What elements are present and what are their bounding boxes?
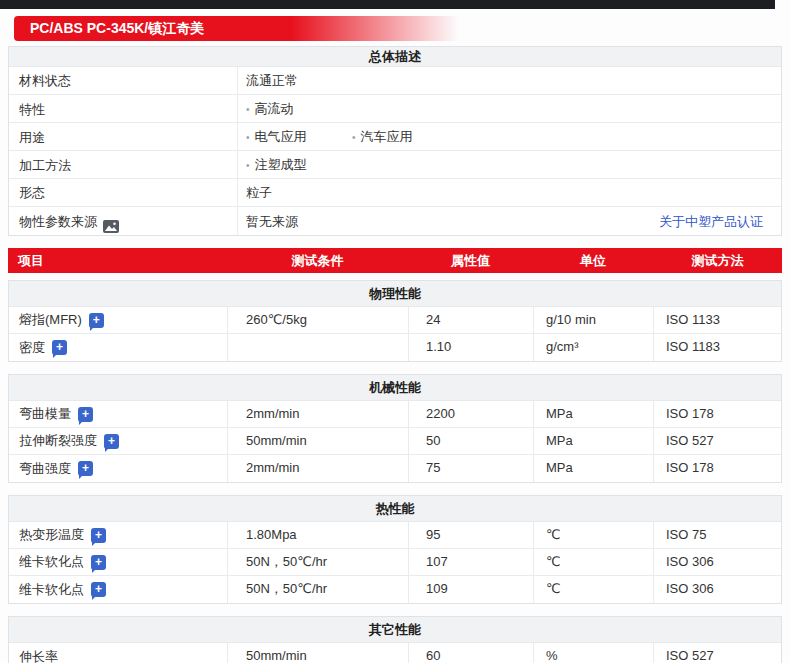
property-name-cell: 熔指(MFR)+	[9, 307, 228, 333]
property-name-cell: 维卡软化点+	[9, 549, 228, 575]
overview-row: 物性参数来源暂无来源关于中塑产品认证	[9, 207, 781, 235]
overview-row-label: 特性	[19, 96, 45, 123]
plus-icon[interactable]: +	[52, 340, 67, 355]
page-title: PC/ABS PC-345K/镇江奇美	[14, 16, 782, 41]
test-condition-cell: 260℃/5kg	[228, 307, 409, 333]
overview-value: •高流动	[246, 95, 352, 123]
overview-table-body: 材料状态流通正常特性•高流动用途•电气应用•汽车应用加工方法•注塑成型形态粒子物…	[9, 67, 781, 235]
property-name: 维卡软化点	[19, 577, 84, 603]
overview-row: 特性•高流动	[9, 95, 781, 123]
table-row: 拉伸断裂强度+50mm/min50MPaISO 527	[9, 428, 781, 455]
unit-cell: g/10 min	[534, 307, 654, 333]
overview-value: •电气应用	[246, 123, 352, 151]
certification-link[interactable]: 关于中塑产品认证	[659, 208, 781, 235]
property-value-cell: 107	[409, 549, 534, 575]
property-name: 密度	[19, 335, 45, 361]
unit-cell: ℃	[534, 522, 654, 548]
property-name-cell: 维卡软化点+	[9, 576, 228, 603]
property-value-cell: 75	[409, 455, 534, 482]
column-method: 测试方法	[653, 248, 782, 273]
plus-icon[interactable]: +	[78, 461, 93, 476]
table-row: 弯曲强度+2mm/min75MPaISO 178	[9, 455, 781, 482]
table-row: 密度+1.10g/cm³ISO 1183	[9, 334, 781, 361]
property-name: 伸长率	[19, 644, 58, 663]
bullet-icon: •	[246, 160, 250, 171]
column-unit: 单位	[533, 248, 653, 273]
plus-icon[interactable]: +	[91, 555, 106, 570]
property-name: 弯曲强度	[19, 456, 71, 482]
unit-cell: ℃	[534, 549, 654, 575]
test-method-cell: ISO 527	[654, 428, 781, 454]
plus-icon[interactable]: +	[78, 407, 93, 422]
overview-row-label-cell: 加工方法	[9, 151, 238, 179]
column-value: 属性值	[408, 248, 533, 273]
table-row: 维卡软化点+50N，50℃/hr107℃ISO 306	[9, 549, 781, 576]
overview-row-label: 用途	[19, 124, 45, 151]
property-name: 维卡软化点	[19, 549, 84, 575]
test-method-cell: ISO 1183	[654, 334, 781, 361]
property-name: 弯曲模量	[19, 401, 71, 427]
overview-row-label: 加工方法	[19, 152, 71, 179]
overview-row-value-cell: •注塑成型	[238, 151, 781, 179]
test-condition-cell	[228, 334, 409, 361]
overview-value: 粒子	[246, 179, 352, 206]
table-row: 维卡软化点+50N，50℃/hr109℃ISO 306	[9, 576, 781, 603]
table-row: 热变形温度+1.80Mpa95℃ISO 75	[9, 522, 781, 549]
section-header: 物理性能	[9, 281, 781, 307]
section-header: 热性能	[9, 496, 781, 522]
test-condition-cell: 50N，50℃/hr	[228, 576, 409, 603]
bullet-icon: •	[352, 132, 356, 143]
test-condition-cell: 50mm/min	[228, 643, 409, 663]
column-condition: 测试条件	[227, 248, 408, 273]
overview-row-label-cell: 用途	[9, 123, 238, 151]
table-row: 伸长率50mm/min60%ISO 527	[9, 643, 781, 663]
overview-value: •注塑成型	[246, 151, 352, 179]
overview-value: 流通正常	[246, 67, 352, 94]
property-value-cell: 1.10	[409, 334, 534, 361]
overview-row: 用途•电气应用•汽车应用	[9, 123, 781, 151]
property-value-cell: 24	[409, 307, 534, 333]
overview-table: 总体描述 材料状态流通正常特性•高流动用途•电气应用•汽车应用加工方法•注塑成型…	[8, 46, 782, 236]
image-icon	[103, 215, 119, 228]
unit-cell: MPa	[534, 401, 654, 427]
plus-icon[interactable]: +	[91, 582, 106, 597]
top-dark-bar	[0, 0, 775, 9]
test-method-cell: ISO 527	[654, 643, 781, 663]
table-row: 弯曲模量+2mm/min2200MPaISO 178	[9, 401, 781, 428]
overview-row-value-cell: •高流动	[238, 95, 781, 123]
property-value-cell: 2200	[409, 401, 534, 427]
property-name-cell: 拉伸断裂强度+	[9, 428, 228, 454]
property-name: 熔指(MFR)	[19, 307, 82, 333]
property-value-cell: 95	[409, 522, 534, 548]
overview-table-header: 总体描述	[9, 47, 781, 67]
property-value-cell: 60	[409, 643, 534, 663]
test-condition-cell: 50N，50℃/hr	[228, 549, 409, 575]
property-name-cell: 密度+	[9, 334, 228, 361]
test-method-cell: ISO 178	[654, 401, 781, 427]
overview-value: 暂无来源	[246, 208, 352, 235]
section-header: 其它性能	[9, 617, 781, 643]
plus-icon[interactable]: +	[89, 313, 104, 328]
overview-row-label-cell: 特性	[9, 95, 238, 123]
overview-row: 形态粒子	[9, 179, 781, 207]
overview-row: 加工方法•注塑成型	[9, 151, 781, 179]
overview-row-value-cell: 流通正常	[238, 67, 781, 94]
column-item: 项目	[8, 248, 227, 273]
property-name-cell: 弯曲强度+	[9, 455, 228, 482]
overview-row-value-cell: •电气应用•汽车应用	[238, 123, 781, 151]
bullet-icon: •	[246, 104, 250, 115]
overview-value: •汽车应用	[352, 123, 458, 151]
test-method-cell: ISO 75	[654, 522, 781, 548]
plus-icon[interactable]: +	[104, 434, 119, 449]
properties-sections: 物理性能熔指(MFR)+260℃/5kg24g/10 minISO 1133密度…	[8, 280, 782, 663]
property-section: 机械性能弯曲模量+2mm/min2200MPaISO 178拉伸断裂强度+50m…	[8, 374, 782, 483]
property-name: 拉伸断裂强度	[19, 428, 97, 454]
unit-cell: MPa	[534, 428, 654, 454]
unit-cell: g/cm³	[534, 334, 654, 361]
overview-row-value-cell: 暂无来源关于中塑产品认证	[238, 207, 781, 235]
overview-row-label: 材料状态	[19, 67, 71, 94]
unit-cell: %	[534, 643, 654, 663]
property-name-cell: 弯曲模量+	[9, 401, 228, 427]
plus-icon[interactable]: +	[91, 528, 106, 543]
test-condition-cell: 2mm/min	[228, 401, 409, 427]
